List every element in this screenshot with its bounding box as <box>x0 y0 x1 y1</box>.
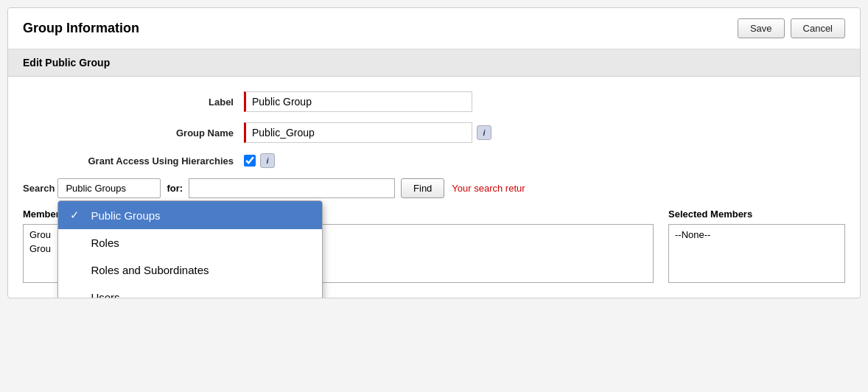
label-input[interactable] <box>244 91 472 112</box>
header-buttons: Save Cancel <box>738 18 845 38</box>
selected-members-none: --None-- <box>672 228 841 242</box>
label-field-value <box>244 91 472 112</box>
selected-members-header: Selected Members <box>668 209 845 220</box>
search-input[interactable] <box>189 178 395 198</box>
search-type-dropdown-wrapper[interactable]: Public Groups ✓ Public Groups Roles Role… <box>57 178 161 198</box>
find-button[interactable]: Find <box>401 178 444 198</box>
dropdown-option-label: Users <box>91 291 119 298</box>
selected-members-section: Selected Members --None-- <box>668 209 845 283</box>
dropdown-option-roles[interactable]: Roles <box>58 229 322 256</box>
group-name-label: Group Name <box>23 127 244 139</box>
group-name-value: i <box>244 122 491 143</box>
dropdown-option-label: Public Groups <box>91 209 160 222</box>
header: Group Information Save Cancel <box>8 8 860 49</box>
selected-members-list[interactable]: --None-- <box>668 224 845 283</box>
grant-access-row: Grant Access Using Hierarchies i <box>8 153 860 168</box>
group-name-input[interactable] <box>244 122 472 143</box>
search-result-message: Your search retur <box>452 183 525 194</box>
search-type-dropdown[interactable]: Public Groups <box>57 178 161 198</box>
dropdown-option-label: Roles and Subordinates <box>91 264 209 276</box>
grant-access-info-icon[interactable]: i <box>260 153 275 168</box>
save-button[interactable]: Save <box>738 18 785 38</box>
group-name-row: Group Name i <box>8 122 860 143</box>
dropdown-option-users[interactable]: Users <box>58 284 322 298</box>
label-field-label: Label <box>23 97 244 108</box>
page-container: Group Information Save Cancel Edit Publi… <box>7 7 861 298</box>
search-prefix-label: Search <box>23 183 55 194</box>
dropdown-option-public-groups[interactable]: ✓ Public Groups <box>58 201 322 229</box>
subheader: Edit Public Group <box>8 49 860 77</box>
grant-access-checkbox[interactable] <box>244 155 256 167</box>
group-name-info-icon[interactable]: i <box>477 125 491 140</box>
subheader-title: Edit Public Group <box>23 57 110 69</box>
search-row: Search Public Groups ✓ Public Groups Rol… <box>8 178 860 198</box>
for-label: for: <box>167 183 183 194</box>
grant-access-value: i <box>244 153 275 168</box>
grant-access-label: Grant Access Using Hierarchies <box>23 155 244 167</box>
page-title: Group Information <box>23 21 139 36</box>
label-row: Label <box>8 91 860 112</box>
form-area: Label Group Name i Grant Access Using Hi… <box>8 77 860 298</box>
dropdown-option-roles-and-subordinates[interactable]: Roles and Subordinates <box>58 256 322 284</box>
checkmark-icon: ✓ <box>70 209 85 222</box>
search-type-dropdown-popup: ✓ Public Groups Roles Roles and Subordin… <box>57 200 323 298</box>
dropdown-option-label: Roles <box>91 237 119 249</box>
cancel-button[interactable]: Cancel <box>791 18 845 38</box>
